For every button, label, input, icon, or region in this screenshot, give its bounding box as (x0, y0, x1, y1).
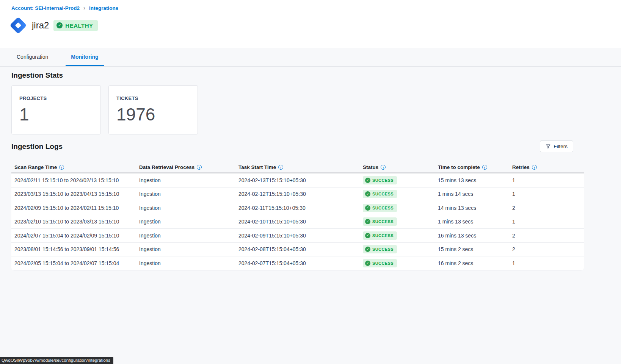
status-badge: ✓SUCCESS (363, 231, 397, 240)
info-icon[interactable]: i (278, 165, 283, 170)
status-badge: ✓SUCCESS (363, 259, 397, 267)
health-status-badge: ✓ HEALTHY (53, 20, 97, 31)
column-header-label: Scan Range Time (14, 164, 57, 170)
process-cell: Ingestion (136, 260, 235, 266)
filters-button[interactable]: Filters (540, 141, 573, 152)
jira-logo-icon (8, 15, 28, 36)
info-icon[interactable]: i (381, 165, 386, 170)
task-start-cell: 2024-02-08T15:15:04+05:30 (235, 246, 360, 252)
table-row: 2024/02/09 15:15:10 to 2024/02/11 15:15:… (11, 201, 584, 215)
status-badge: ✓SUCCESS (363, 176, 397, 184)
breadcrumb-account-link[interactable]: Account: SEI-Internal-Prod2 (11, 5, 80, 11)
chevron-right-icon: › (83, 5, 85, 11)
stat-label: PROJECTS (19, 95, 93, 101)
check-circle-icon: ✓ (365, 219, 370, 224)
check-circle-icon: ✓ (365, 178, 370, 183)
time-to-complete-cell: 1 mins 14 secs (435, 191, 509, 197)
retries-cell: 1 (509, 260, 584, 266)
info-icon[interactable]: i (197, 165, 202, 170)
process-cell: Ingestion (136, 191, 235, 197)
scan-range-cell: 2024/02/05 15:15:04 to 2024/02/07 15:15:… (11, 260, 136, 266)
filter-funnel-icon (546, 144, 551, 149)
page-header: Account: SEI-Internal-Prod2 › Integratio… (0, 0, 621, 48)
table-body: 2024/02/11 15:15:10 to 2024/02/13 15:15:… (11, 173, 584, 270)
process-cell: Ingestion (136, 246, 235, 252)
ingestion-stats-heading: Ingestion Stats (11, 71, 63, 80)
retries-cell: 2 (509, 233, 584, 239)
tab-configuration[interactable]: Configuration (11, 48, 53, 66)
check-circle-icon: ✓ (365, 205, 370, 211)
status-text: SUCCESS (372, 233, 394, 238)
retries-cell: 1 (509, 191, 584, 197)
column-header-label: Task Start Time (238, 164, 276, 170)
stat-cards: PROJECTS 1 TICKETS 1976 (11, 85, 198, 134)
task-start-cell: 2024-02-12T15:15:10+05:30 (235, 191, 360, 197)
task-start-cell: 2024-02-10T15:15:10+05:30 (235, 219, 360, 225)
status-text: SUCCESS (372, 261, 394, 266)
time-to-complete-cell: 15 mins 13 secs (435, 177, 509, 183)
status-cell: ✓SUCCESS (360, 259, 435, 267)
info-icon[interactable]: i (532, 165, 537, 170)
time-to-complete-cell: 15 mins 2 secs (435, 246, 509, 252)
table-row: 2023/08/01 15:14:56 to 2023/09/01 15:14:… (11, 243, 584, 257)
filters-button-label: Filters (554, 144, 568, 149)
status-badge: ✓SUCCESS (363, 245, 397, 253)
info-icon[interactable]: i (59, 165, 64, 170)
status-text: SUCCESS (372, 247, 394, 252)
time-to-complete-cell: 14 mins 13 secs (435, 205, 509, 211)
table-row: 2024/02/05 15:15:04 to 2024/02/07 15:15:… (11, 256, 584, 270)
scan-range-cell: 2024/02/07 15:15:04 to 2024/02/09 15:15:… (11, 233, 136, 239)
status-badge: ✓SUCCESS (363, 217, 397, 226)
status-text: SUCCESS (372, 192, 394, 196)
status-badge: ✓SUCCESS (363, 204, 397, 212)
scan-range-cell: 2023/08/01 15:14:56 to 2023/09/01 15:14:… (11, 246, 136, 252)
check-circle-icon: ✓ (365, 191, 370, 197)
scan-range-cell: 2023/03/13 15:15:10 to 2023/04/13 15:15:… (11, 191, 136, 197)
column-header-process: Data Retrieval Processi (136, 164, 235, 170)
check-circle-icon: ✓ (365, 261, 370, 266)
status-text: SUCCESS (372, 178, 394, 183)
breadcrumb: Account: SEI-Internal-Prod2 › Integratio… (11, 5, 118, 11)
status-cell: ✓SUCCESS (360, 231, 435, 240)
retries-cell: 1 (509, 219, 584, 225)
stat-card-tickets: TICKETS 1976 (108, 85, 198, 134)
tab-bar: Configuration Monitoring (0, 48, 621, 67)
status-cell: ✓SUCCESS (360, 176, 435, 184)
process-cell: Ingestion (136, 177, 235, 183)
page-title: jira2 (32, 20, 49, 31)
process-cell: Ingestion (136, 219, 235, 225)
column-header-time-to-complete: Time to completei (435, 164, 509, 170)
table-row: 2024/02/07 15:15:04 to 2024/02/09 15:15:… (11, 229, 584, 243)
stat-card-projects: PROJECTS 1 (11, 85, 101, 134)
check-circle-icon: ✓ (56, 22, 63, 28)
time-to-complete-cell: 16 mins 13 secs (435, 233, 509, 239)
ingestion-logs-table: Scan Range TimeiData Retrieval ProcessiT… (11, 162, 584, 270)
time-to-complete-cell: 1 mins 13 secs (435, 219, 509, 225)
browser-status-bar-url: QwqOSllWp9ob7w/module/sei/configuration/… (0, 357, 113, 364)
column-header-label: Retries (512, 164, 530, 170)
column-header-task-start: Task Start Timei (235, 164, 360, 170)
table-row: 2024/02/11 15:15:10 to 2024/02/13 15:15:… (11, 173, 584, 187)
info-icon[interactable]: i (482, 165, 487, 170)
column-header-retries: Retriesi (509, 164, 584, 170)
scan-range-cell: 2024/02/09 15:15:10 to 2024/02/11 15:15:… (11, 205, 136, 211)
time-to-complete-cell: 16 mins 2 secs (435, 260, 509, 266)
table-header-row: Scan Range TimeiData Retrieval ProcessiT… (11, 162, 584, 173)
status-cell: ✓SUCCESS (360, 190, 435, 198)
integration-title-row: jira2 ✓ HEALTHY (8, 15, 98, 36)
column-header-label: Status (363, 164, 378, 170)
retries-cell: 2 (509, 205, 584, 211)
check-circle-icon: ✓ (365, 233, 370, 238)
breadcrumb-integrations-link[interactable]: Integrations (89, 5, 118, 11)
tab-monitoring[interactable]: Monitoring (66, 48, 104, 66)
process-cell: Ingestion (136, 205, 235, 211)
retries-cell: 1 (509, 177, 584, 183)
health-status-text: HEALTHY (65, 22, 93, 29)
status-cell: ✓SUCCESS (360, 217, 435, 226)
task-start-cell: 2024-02-09T15:15:10+05:30 (235, 233, 360, 239)
scan-range-cell: 2023/02/10 15:15:10 to 2023/03/13 15:15:… (11, 219, 136, 225)
stat-value: 1976 (116, 106, 190, 123)
status-cell: ✓SUCCESS (360, 245, 435, 253)
status-badge: ✓SUCCESS (363, 190, 397, 198)
task-start-cell: 2024-02-13T15:15:10+05:30 (235, 177, 360, 183)
